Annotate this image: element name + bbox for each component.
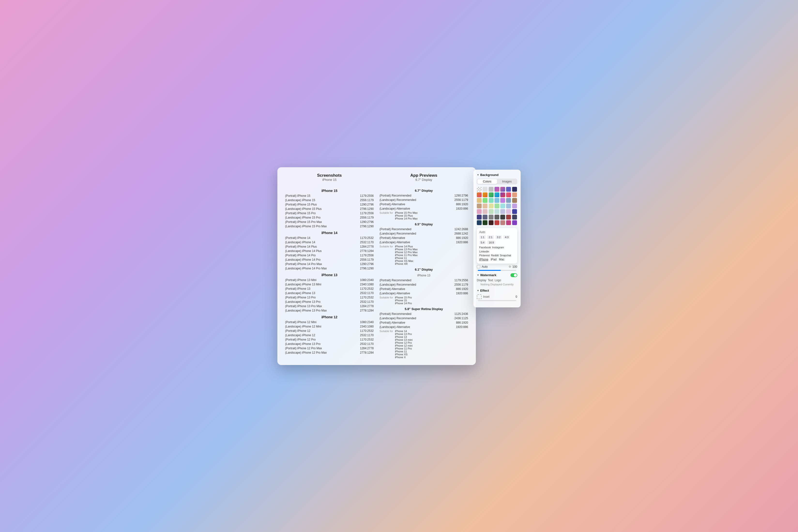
ratio-2-1[interactable]: 2:1 (487, 235, 494, 239)
table-row: (Portrait) Recommended 1125:2436 (379, 312, 469, 316)
ratio-auto[interactable]: Auto (479, 230, 515, 234)
swatch[interactable] (494, 209, 499, 214)
table-row: (Portrait) iPhone 15 Pro Max 1290:2796 (284, 220, 375, 224)
swatch[interactable] (512, 209, 517, 214)
swatch[interactable] (489, 209, 494, 214)
swatch[interactable] (494, 187, 499, 192)
screen-name: (Landscape) iPhone 13 Pro (285, 342, 321, 346)
table-row: (Landscape) Alternative 1920:886 (379, 325, 469, 329)
swatch[interactable] (512, 198, 517, 203)
swatch-checkerboard[interactable] (477, 187, 482, 192)
linkedin-btn[interactable]: Linkedin (479, 250, 489, 253)
table-row: (Portrait) iPhone 14 1170:2532 (284, 236, 375, 240)
screen-size: 886:1920 (456, 287, 468, 291)
instagram-btn[interactable]: Instagram (492, 246, 504, 249)
ratio-1-1[interactable]: 1:1 (479, 235, 486, 239)
swatch[interactable] (494, 192, 499, 197)
swatch[interactable] (482, 220, 488, 225)
snapchat-btn[interactable]: Snapchat (500, 254, 511, 257)
swatch[interactable] (494, 198, 499, 203)
watermark-toggle[interactable] (511, 273, 517, 277)
swatch[interactable] (489, 198, 494, 203)
right-panel: ▼ Background Colors Images (473, 170, 520, 307)
swatch[interactable] (500, 209, 505, 214)
table-row: (Portrait) iPhone 14 Plus 1284:2778 (284, 245, 375, 249)
table-row: (Landscape) iPhone 12 Mini 2340:1080 (284, 324, 375, 329)
screen-name: (Portrait) Recommended (380, 279, 411, 282)
swatch[interactable] (500, 204, 505, 208)
inset-box (477, 294, 482, 299)
swatch[interactable] (500, 192, 505, 197)
screen-size: 1179:2556 (360, 211, 374, 215)
reddit-btn[interactable]: Reddit (491, 254, 499, 257)
ipad-device-btn[interactable]: iPad (491, 258, 496, 261)
text-option[interactable]: Text (488, 279, 493, 282)
swatch[interactable] (500, 198, 505, 203)
padding-checkbox[interactable] (477, 265, 480, 268)
swatch[interactable] (512, 215, 517, 220)
swatch[interactable] (477, 209, 482, 214)
swatch[interactable] (512, 187, 517, 192)
screen-name: (Portrait) iPhone 12 Mini (285, 321, 316, 324)
swatch[interactable] (489, 192, 494, 197)
swatch[interactable] (512, 204, 517, 208)
screen-name: (Portrait) iPhone 13 Pro (285, 296, 316, 299)
swatch[interactable] (482, 187, 488, 192)
table-row: (Portrait) iPhone 15 1179:2556 (284, 194, 375, 198)
screen-size: 2340:1080 (360, 283, 374, 286)
screen-name: (Portrait) Recommended (380, 228, 411, 231)
swatch[interactable] (489, 187, 494, 192)
swatch[interactable] (506, 187, 511, 192)
triangle-icon: ▼ (477, 289, 479, 292)
images-button[interactable]: Images (497, 179, 517, 184)
swatch[interactable] (482, 192, 488, 197)
swatch[interactable] (489, 220, 494, 225)
swatch[interactable] (482, 209, 488, 214)
screen-size: 1284:2778 (360, 245, 374, 248)
ratio-5-4[interactable]: 5:4 (479, 241, 486, 245)
ratio-16-9[interactable]: 16:9 (487, 241, 495, 245)
swatch[interactable] (500, 220, 505, 225)
ratio-3-2[interactable]: 3:2 (495, 235, 502, 239)
table-row: (Portrait) iPhone 14 Pro 1179:2556 (284, 253, 375, 258)
facebook-btn[interactable]: Facebook (479, 246, 491, 249)
suitable-58: Suitable for iPhone 14 iPhone 13 Pro iPh… (380, 330, 468, 359)
swatch[interactable] (489, 215, 494, 220)
swatch[interactable] (477, 215, 482, 220)
swatch[interactable] (477, 204, 482, 208)
swatch[interactable] (506, 209, 511, 214)
swatch[interactable] (494, 215, 499, 220)
swatch[interactable] (506, 215, 511, 220)
swatch[interactable] (506, 204, 511, 208)
mac-device-btn[interactable]: Mac (499, 258, 505, 261)
swatch[interactable] (512, 192, 517, 197)
logo-option[interactable]: Logo (494, 279, 501, 282)
padding-slider[interactable] (478, 270, 516, 271)
screen-size: 1920:886 (456, 241, 468, 244)
swatch[interactable] (506, 192, 511, 197)
screen-size: 1170:2532 (360, 236, 374, 240)
screen-size: 886:1920 (456, 321, 468, 324)
pinterest-btn[interactable]: Pinterest (479, 254, 490, 257)
swatch[interactable] (477, 198, 482, 203)
colors-button[interactable]: Colors (477, 179, 497, 184)
swatch[interactable] (477, 220, 482, 225)
inset-slider[interactable] (478, 300, 516, 301)
swatch[interactable] (512, 220, 517, 225)
swatch[interactable] (482, 204, 488, 208)
swatch[interactable] (477, 192, 482, 197)
swatch[interactable] (506, 198, 511, 203)
ratio-buttons: 1:1 2:1 3:2 4:3 5:4 16:9 (479, 235, 515, 245)
screen-size: 1179:2556 (360, 194, 374, 197)
swatch[interactable] (506, 220, 511, 225)
ratio-4-3[interactable]: 4:3 (504, 235, 510, 239)
swatch[interactable] (494, 204, 499, 208)
swatch[interactable] (489, 204, 494, 208)
swatch[interactable] (494, 220, 499, 225)
swatch[interactable] (500, 215, 505, 220)
swatch[interactable] (500, 187, 505, 192)
swatch[interactable] (482, 198, 488, 203)
table-row: (Landscape) iPhone 13 2532:1170 (284, 291, 375, 295)
swatch[interactable] (482, 215, 488, 220)
iphone-device-btn[interactable]: iPhone (479, 258, 488, 261)
